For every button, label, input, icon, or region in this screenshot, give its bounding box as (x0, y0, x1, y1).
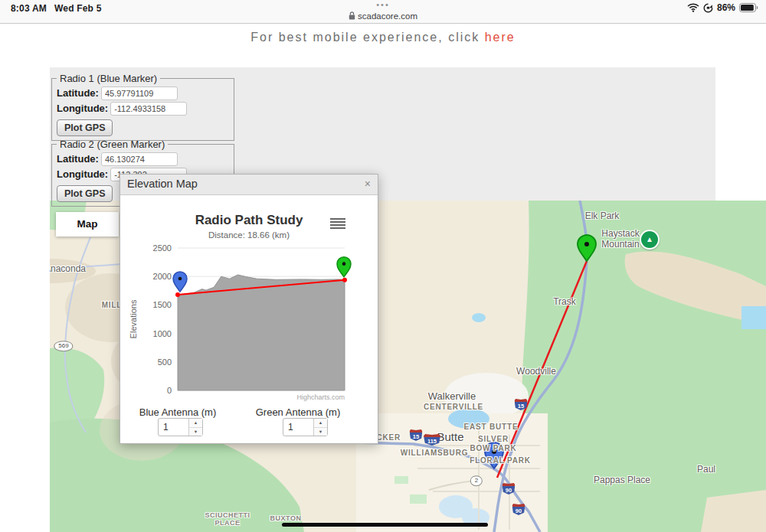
green-antenna-arrows[interactable]: ▲▼ (313, 419, 327, 436)
park (410, 494, 427, 504)
blue-chart-pin (173, 272, 187, 292)
home-indicator[interactable] (282, 523, 488, 527)
blue-antenna-input[interactable] (159, 419, 188, 436)
close-icon[interactable]: × (365, 178, 371, 190)
green-antenna-input[interactable] (283, 419, 313, 436)
blue-antenna-stepper: ▲▼ (158, 418, 203, 436)
radio2-latitude-input[interactable] (101, 152, 178, 166)
route-shield-569: 569 (54, 341, 73, 351)
radio1-legend: Radio 1 (Blue Marker) (57, 73, 160, 84)
mobile-experience-link[interactable]: here (485, 31, 516, 44)
dialog-title: Elevation Map (127, 178, 198, 190)
mountain-icon: ▲ (640, 230, 660, 250)
svg-text:0: 0 (167, 386, 172, 395)
blue-antenna-arrows[interactable]: ▲▼ (188, 419, 202, 436)
radio1-longitude-label: Longitude: (57, 103, 108, 114)
map-forest-east (522, 201, 766, 532)
notice-text: For best mobile experience, click (250, 31, 480, 44)
chart-subtitle: Distance: 18.66 (km) (120, 230, 378, 240)
pond-ne (741, 306, 766, 329)
radio2-legend: Radio 2 (Green Marker) (57, 139, 168, 150)
pond-w (472, 313, 486, 322)
elevation-map-dialog: Elevation Map × Radio Path Study Distanc… (119, 174, 378, 444)
safari-toolbar: 8:03 AMWed Feb 5 ••• 86% (0, 0, 766, 24)
elevation-chart: 05001000150020002500ElevationsHighcharts… (123, 240, 375, 403)
highcharts-credit: Highcharts.com (296, 393, 345, 401)
svg-text:500: 500 (158, 357, 172, 367)
green-antenna-label: Green Antenna (m) (256, 406, 341, 418)
radio1-fieldset: Radio 1 (Blue Marker) Latitude: Longitud… (51, 73, 234, 141)
y-axis-title: Elevations (129, 299, 138, 338)
ipad-safari-screen: { "status_bar": { "time": "8:03 AM", "da… (0, 0, 766, 532)
green-chart-pin (337, 257, 351, 277)
map-type-button[interactable]: Map (56, 212, 119, 237)
dialog-titlebar[interactable]: Elevation Map × (120, 175, 378, 195)
address-bar[interactable]: scadacore.com (0, 11, 766, 21)
radio1-latitude-input[interactable] (101, 86, 178, 100)
radio1-latitude-label: Latitude: (57, 87, 99, 99)
svg-text:2000: 2000 (153, 272, 172, 281)
blue-antenna-label: Blue Antenna (m) (139, 406, 216, 418)
svg-text:2500: 2500 (153, 243, 172, 253)
park (394, 476, 408, 484)
site-domain: scadacore.com (358, 11, 417, 21)
green-antenna-stepper: ▲▼ (283, 418, 328, 436)
route-shield-2: 2 (470, 475, 483, 486)
radio2-longitude-label: Longitude: (57, 168, 108, 180)
mobile-notice: For best mobile experience, click here (0, 31, 766, 44)
radio1-longitude-input[interactable] (110, 102, 187, 116)
radio2-latitude-label: Latitude: (57, 153, 99, 165)
lock-icon (349, 11, 355, 20)
svg-text:1500: 1500 (153, 300, 172, 309)
tab-overflow-dots[interactable]: ••• (0, 0, 766, 9)
berkeley-pit-water (448, 409, 489, 429)
radio1-plot-gps-button[interactable]: Plot GPS (57, 119, 113, 136)
radio2-plot-gps-button[interactable]: Plot GPS (57, 185, 113, 202)
chart-menu-icon[interactable] (330, 218, 345, 229)
svg-text:1000: 1000 (153, 329, 172, 338)
